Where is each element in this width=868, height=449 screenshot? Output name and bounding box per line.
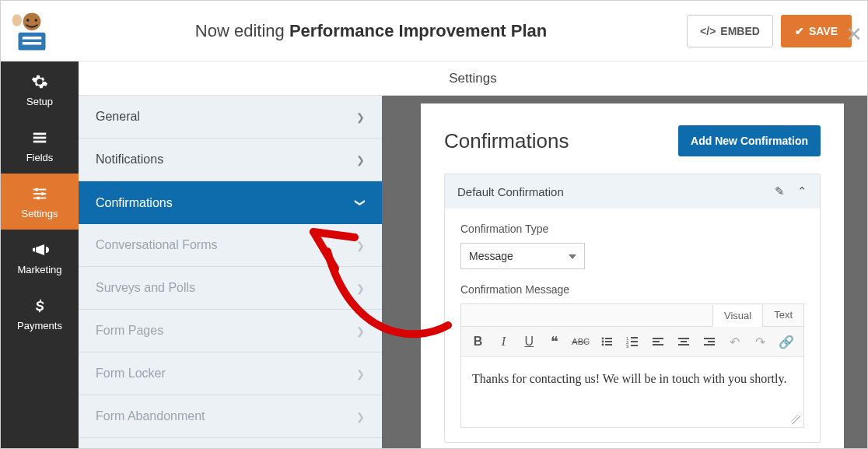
tab-text[interactable]: Text	[762, 304, 803, 326]
settings-item-notifications[interactable]: Notifications ❯	[79, 139, 382, 181]
save-button[interactable]: ✔ SAVE	[781, 15, 852, 47]
edit-icon[interactable]: ✎	[775, 184, 785, 198]
align-left-icon[interactable]	[650, 335, 665, 348]
sidebar-item-payments[interactable]: Payments	[1, 286, 79, 342]
svg-point-16	[602, 338, 604, 340]
svg-rect-7	[33, 132, 47, 135]
collapse-icon[interactable]: ⌃	[797, 184, 807, 198]
settings-item-label: General	[96, 110, 140, 124]
align-center-icon[interactable]	[676, 335, 691, 348]
check-icon: ✔	[795, 25, 804, 37]
confirmation-message-label: Confirmation Message	[460, 283, 804, 296]
svg-rect-10	[33, 188, 47, 190]
sidebar-item-setup[interactable]: Setup	[1, 61, 79, 118]
svg-rect-30	[653, 344, 663, 346]
editor-content[interactable]: Thanks for contacting us! We will be in …	[461, 357, 803, 427]
sidebar-item-fields[interactable]: Fields	[1, 118, 79, 174]
list-icon	[30, 128, 49, 147]
svg-rect-19	[605, 341, 612, 342]
svg-rect-34	[704, 338, 715, 339]
svg-rect-28	[653, 338, 663, 339]
sidebar-item-label: Marketing	[17, 264, 61, 275]
embed-button[interactable]: </> EMBED	[687, 15, 773, 47]
close-icon[interactable]: ✕	[845, 23, 863, 47]
chevron-right-icon: ❯	[356, 111, 365, 123]
editor-tabs: Visual Text	[461, 304, 803, 327]
align-right-icon[interactable]	[702, 335, 716, 348]
settings-item-general[interactable]: General ❯	[79, 96, 382, 139]
top-actions: </> EMBED ✔ SAVE	[687, 15, 852, 47]
sidebar-item-label: Settings	[22, 208, 58, 219]
svg-point-18	[602, 341, 604, 343]
settings-item-label: Conversational Forms	[96, 238, 218, 252]
svg-point-13	[35, 188, 38, 191]
chevron-right-icon: ❯	[356, 325, 365, 337]
settings-item-label: Notifications	[96, 153, 163, 167]
save-label: SAVE	[809, 25, 838, 37]
settings-item-conversational-forms[interactable]: Conversational Forms ❯	[79, 224, 382, 267]
resize-grip-icon[interactable]	[791, 415, 800, 424]
bold-icon[interactable]: B	[471, 335, 485, 349]
sidebar-item-settings[interactable]: Settings	[1, 174, 79, 230]
chevron-right-icon: ❯	[356, 411, 365, 423]
svg-rect-32	[681, 341, 687, 342]
form-name: Performance Improvement Plan	[289, 21, 547, 40]
card-title: Default Confirmation	[457, 185, 564, 198]
underline-icon[interactable]: U	[522, 335, 537, 349]
editor-toolbar: B I U ❝ ABC	[461, 327, 803, 357]
svg-rect-33	[678, 344, 689, 346]
undo-icon[interactable]: ↶	[727, 335, 742, 349]
svg-point-1	[26, 19, 30, 22]
settings-item-form-abandonment[interactable]: Form Abandonment ❯	[79, 395, 382, 438]
svg-rect-35	[708, 341, 715, 342]
svg-rect-25	[631, 341, 638, 342]
settings-item-form-pages[interactable]: Form Pages ❯	[79, 310, 382, 353]
chevron-down-icon: ❯	[355, 198, 366, 207]
svg-point-15	[37, 196, 40, 199]
chevron-right-icon: ❯	[356, 282, 365, 294]
form-title: Now editing Performance Improvement Plan	[55, 21, 687, 41]
card-header: Default Confirmation ✎ ⌃	[445, 174, 820, 209]
content-area: Settings General ❯ Notifications ❯ Confi…	[79, 61, 867, 448]
list-number-icon[interactable]: 123	[625, 335, 640, 348]
svg-rect-27	[631, 345, 638, 346]
settings-item-surveys-polls[interactable]: Surveys and Polls ❯	[79, 267, 382, 310]
confirmation-type-select[interactable]: Message	[460, 243, 585, 269]
quote-icon[interactable]: ❝	[548, 333, 562, 350]
strike-icon[interactable]: ABC	[573, 337, 589, 346]
pane-header: Confirmations Add New Confirmation	[444, 125, 821, 156]
svg-rect-29	[653, 341, 660, 342]
editing-prefix: Now editing	[195, 21, 285, 40]
svg-point-2	[35, 19, 38, 22]
add-confirmation-button[interactable]: Add New Confirmation	[678, 125, 821, 156]
confirmation-type-label: Confirmation Type	[460, 223, 804, 235]
svg-text:3: 3	[626, 344, 629, 348]
svg-rect-21	[605, 344, 612, 346]
svg-rect-9	[33, 140, 47, 142]
embed-label: EMBED	[720, 25, 760, 37]
right-pane-wrap: Confirmations Add New Confirmation Defau…	[382, 96, 867, 448]
svg-point-3	[12, 14, 22, 26]
settings-item-label: Form Pages	[96, 324, 163, 338]
svg-point-20	[602, 344, 604, 346]
settings-item-form-locker[interactable]: Form Locker ❯	[79, 353, 382, 395]
main-sidebar: Setup Fields Settings Marketing	[1, 61, 79, 448]
italic-icon[interactable]: I	[496, 335, 511, 349]
redo-icon[interactable]: ↷	[753, 335, 768, 349]
gear-icon	[30, 72, 49, 91]
sidebar-item-label: Setup	[26, 96, 53, 107]
sliders-icon	[30, 184, 49, 203]
svg-point-0	[23, 12, 41, 30]
svg-rect-6	[23, 42, 42, 45]
tab-visual[interactable]: Visual	[712, 305, 762, 327]
sidebar-item-marketing[interactable]: Marketing	[1, 230, 79, 286]
svg-rect-31	[678, 338, 689, 339]
pane-title: Confirmations	[444, 129, 569, 153]
wpforms-logo	[9, 8, 55, 54]
select-value: Message	[469, 250, 513, 262]
sidebar-item-label: Payments	[17, 320, 62, 331]
settings-item-confirmations[interactable]: Confirmations ❯	[79, 181, 382, 224]
sidebar-item-label: Fields	[26, 152, 54, 163]
link-icon[interactable]: 🔗	[779, 335, 794, 349]
list-bullet-icon[interactable]	[600, 335, 614, 348]
